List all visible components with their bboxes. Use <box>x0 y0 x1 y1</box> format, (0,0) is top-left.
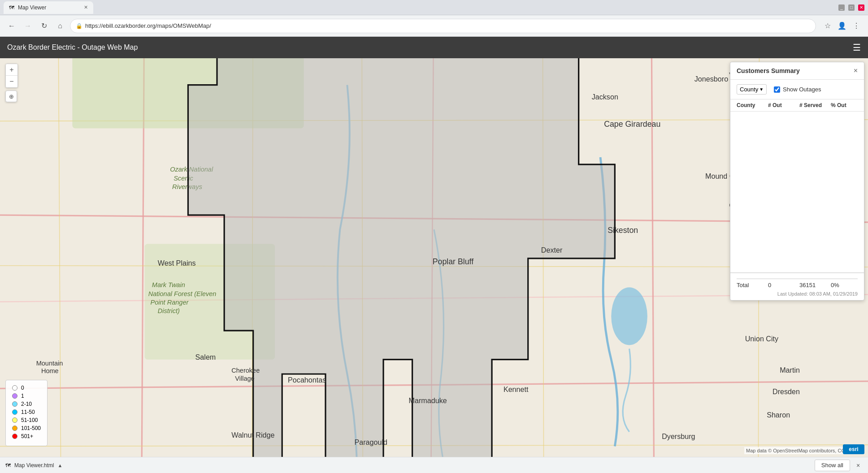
legend-label-4: 51-100 <box>21 417 38 423</box>
customers-summary-panel: Customers Summary × County ▼ Show Outage… <box>730 62 864 301</box>
browser-toolbar: ← → ↻ ⌂ 🔒 https://ebill.ozarkborder.org/… <box>0 15 868 37</box>
legend-dot-2 <box>12 401 17 407</box>
download-favicon: 🗺 <box>5 462 11 469</box>
download-tab: 🗺 Map Viewer.html ▲ <box>5 462 62 469</box>
svg-text:Jonesboro: Jonesboro <box>694 75 728 83</box>
map-container[interactable]: Mark Twain National Forest Mark Twain Na… <box>0 58 868 473</box>
legend-dot-6 <box>12 434 17 439</box>
summary-total-row: Total 0 36151 0% <box>737 281 858 289</box>
tab-close-button[interactable]: ✕ <box>84 4 88 10</box>
tab-label: Map Viewer <box>18 4 46 11</box>
summary-close-button[interactable]: × <box>854 67 858 75</box>
download-filename: Map Viewer.html <box>14 462 54 469</box>
svg-text:National Forest (Eleven: National Forest (Eleven <box>148 290 217 297</box>
summary-table-header: County # Out # Served % Out <box>730 99 864 112</box>
more-button[interactable]: ⋮ <box>850 20 863 32</box>
home-button[interactable]: ⌂ <box>54 20 66 32</box>
browser-titlebar: 🗺 Map Viewer ✕ _ □ ✕ <box>0 0 868 15</box>
show-outages-text: Show Outages <box>783 86 821 93</box>
svg-text:Union City: Union City <box>745 335 779 343</box>
zoom-in-button[interactable]: + <box>6 64 17 76</box>
svg-text:Sikeston: Sikeston <box>608 226 638 235</box>
legend: 0 1 2-10 11-50 51-100 <box>5 380 48 446</box>
legend-label-0: 0 <box>21 385 24 391</box>
svg-text:Village: Village <box>235 375 254 382</box>
bottom-bar-close-button[interactable]: × <box>854 461 863 470</box>
svg-text:District): District) <box>158 307 180 314</box>
legend-label-1: 1 <box>21 393 24 399</box>
legend-item-0: 0 <box>12 385 41 391</box>
svg-text:West Plains: West Plains <box>158 259 196 267</box>
legend-item-3: 11-50 <box>12 409 41 415</box>
summary-header: Customers Summary × <box>730 62 864 80</box>
legend-item-1: 1 <box>12 393 41 399</box>
svg-text:Jackson: Jackson <box>592 93 618 101</box>
bottom-download-bar: 🗺 Map Viewer.html ▲ Show all × <box>0 457 868 473</box>
legend-item-5: 101-500 <box>12 425 41 431</box>
forward-button[interactable]: → <box>22 20 34 32</box>
url-text: https://ebill.ozarkborder.org/maps/OMSWe… <box>85 22 211 29</box>
legend-item-4: 51-100 <box>12 417 41 423</box>
total-served: 36151 <box>799 282 831 288</box>
lock-icon: 🔒 <box>76 23 82 29</box>
col-served: # Served <box>799 102 831 108</box>
app-title: Ozark Border Electric - Outage Web Map <box>7 43 138 52</box>
close-button[interactable]: ✕ <box>858 4 864 11</box>
svg-text:Point Ranger: Point Ranger <box>151 299 189 306</box>
summary-table-body <box>730 112 864 273</box>
show-outages-checkbox[interactable] <box>774 86 780 93</box>
svg-text:Salem: Salem <box>195 353 216 361</box>
download-arrow-icon: ▲ <box>57 463 62 468</box>
main-content: Ozark Border Electric - Outage Web Map ☰ <box>0 37 868 473</box>
reload-button[interactable]: ↻ <box>38 20 50 32</box>
zoom-controls: + − <box>5 64 18 88</box>
svg-text:Mountain: Mountain <box>36 360 63 367</box>
show-outages-label[interactable]: Show Outages <box>774 86 821 93</box>
toolbar-icons: ☆ 👤 ⋮ <box>821 20 863 32</box>
legend-item-6: 501+ <box>12 433 41 439</box>
maximize-button[interactable]: □ <box>848 4 855 11</box>
address-bar[interactable]: 🔒 https://ebill.ozarkborder.org/maps/OMS… <box>70 19 816 33</box>
show-all-button[interactable]: Show all <box>815 460 850 471</box>
svg-text:Cape Girardeau: Cape Girardeau <box>604 120 660 129</box>
back-button[interactable]: ← <box>5 20 18 32</box>
summary-controls: County ▼ Show Outages <box>730 80 864 99</box>
summary-divider <box>737 279 858 279</box>
compass-button[interactable]: ⊕ <box>5 90 17 102</box>
svg-text:Marmaduke: Marmaduke <box>409 396 447 404</box>
app-header: Ozark Border Electric - Outage Web Map ☰ <box>0 37 868 58</box>
zoom-out-button[interactable]: − <box>6 76 17 87</box>
svg-text:Mark Twain: Mark Twain <box>152 281 185 288</box>
svg-text:Kennett: Kennett <box>503 385 529 393</box>
summary-title: Customers Summary <box>737 67 800 74</box>
bookmark-button[interactable]: ☆ <box>821 20 834 32</box>
col-county: County <box>737 102 768 108</box>
county-dropdown-label: County <box>740 86 758 93</box>
col-pct: % Out <box>831 102 858 108</box>
legend-dot-1 <box>12 393 17 399</box>
minimize-button[interactable]: _ <box>838 4 845 11</box>
tab-favicon: 🗺 <box>9 4 14 11</box>
svg-point-28 <box>611 287 647 345</box>
county-dropdown[interactable]: County ▼ <box>737 84 767 95</box>
legend-dot-3 <box>12 409 17 415</box>
legend-label-2: 2-10 <box>21 401 32 407</box>
svg-text:Dyersburg: Dyersburg <box>662 432 695 440</box>
esri-logo: esri <box>843 444 864 454</box>
legend-dot-0 <box>12 385 17 391</box>
legend-dot-5 <box>12 426 17 431</box>
app-header-right: ☰ <box>853 42 861 53</box>
total-out: 0 <box>768 282 799 288</box>
browser-tab[interactable]: 🗺 Map Viewer ✕ <box>4 1 93 14</box>
legend-label-3: 11-50 <box>21 409 35 415</box>
svg-text:Paragould: Paragould <box>355 438 388 446</box>
esri-text: esri <box>849 446 858 452</box>
col-out: # Out <box>768 102 799 108</box>
account-button[interactable]: 👤 <box>836 20 848 32</box>
window-controls: _ □ ✕ <box>838 4 864 11</box>
chevron-down-icon: ▼ <box>759 87 764 92</box>
header-menu-icon[interactable]: ☰ <box>853 42 861 53</box>
total-label: Total <box>737 282 768 288</box>
legend-item-2: 2-10 <box>12 401 41 407</box>
svg-text:Dresden: Dresden <box>773 387 800 396</box>
